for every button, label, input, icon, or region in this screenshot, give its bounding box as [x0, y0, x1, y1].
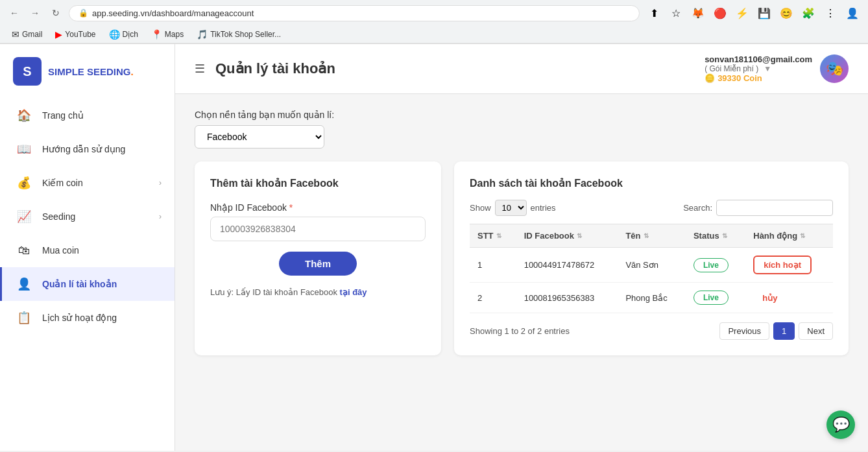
- th-action-label: Hành động: [753, 231, 797, 241]
- bookmark-youtube[interactable]: ▶ YouTube: [50, 28, 101, 41]
- th-id: ID Facebook ⇅: [516, 224, 618, 248]
- sidebar-item-mua-coin-label: Mua coin: [42, 245, 79, 256]
- share-icon[interactable]: ⬆: [645, 4, 663, 22]
- account-list-card: Danh sách tài khoản Facebook Show 10 25 …: [454, 161, 849, 355]
- sidebar-item-mua-coin[interactable]: 🛍 Mua coin: [0, 233, 175, 267]
- cancel-button-2[interactable]: hủy: [753, 290, 786, 306]
- extension-icon-4[interactable]: 💾: [755, 4, 773, 22]
- maps-icon: 📍: [151, 29, 162, 40]
- forward-button[interactable]: →: [27, 5, 43, 21]
- hamburger-icon[interactable]: ☰: [195, 62, 205, 76]
- note-text: Lưu ý: Lấy ID tài khoản Facebook tại đây: [210, 287, 426, 297]
- account-icon: 👤: [15, 275, 33, 293]
- logo-text: SIMPLE SEEDING.: [48, 66, 134, 77]
- row2-action: hủy: [745, 283, 833, 313]
- extension-icon-5[interactable]: 😊: [777, 4, 795, 22]
- sort-icon-action: ⇅: [800, 232, 805, 239]
- bookmark-tiktok[interactable]: 🎵 TikTok Shop Seller...: [191, 28, 286, 41]
- bookmark-maps[interactable]: 📍 Maps: [146, 28, 189, 41]
- entries-label: entries: [531, 203, 556, 213]
- entries-select[interactable]: 10 25 50: [495, 200, 527, 216]
- show-label: Show: [470, 203, 491, 213]
- sidebar-item-quan-li[interactable]: 👤 Quản lí tài khoản: [0, 267, 175, 301]
- previous-button[interactable]: Previous: [719, 322, 769, 340]
- table-row: 2 100081965356383 Phong Bắc Live hủy: [470, 283, 833, 313]
- profile-icon[interactable]: 👤: [843, 4, 862, 22]
- bookmark-gmail[interactable]: ✉ Gmail: [6, 28, 47, 41]
- bookmark-tiktok-label: TikTok Shop Seller...: [210, 30, 281, 39]
- header-right: sonvan181106@gmail.com ( Gói Miễn phí ) …: [705, 54, 849, 83]
- main-content: ☰ Quản lý tài khoản sonvan181106@gmail.c…: [175, 44, 868, 451]
- sidebar-item-huong-dan[interactable]: 📖 Hướng dẫn sử dụng: [0, 132, 175, 166]
- showing-text: Showing 1 to 2 of 2 entries: [470, 326, 570, 336]
- user-plan-text: ( Gói Miễn phí ): [705, 64, 758, 73]
- platform-label: Chọn nền tảng bạn muốn quản lí:: [195, 110, 849, 120]
- chevron-right-icon: ›: [159, 178, 162, 187]
- bookmark-youtube-label: YouTube: [65, 30, 95, 39]
- page-title: Quản lý tài khoản: [215, 60, 335, 77]
- activate-button-1[interactable]: kích hoạt: [753, 256, 812, 274]
- row1-status: Live: [686, 248, 745, 283]
- logo-letter: S: [23, 64, 31, 79]
- reload-button[interactable]: ↻: [48, 5, 64, 21]
- extensions-icon[interactable]: 🧩: [799, 4, 817, 22]
- logo-name-accent: SEEDING: [87, 66, 131, 77]
- sort-icon-status: ⇅: [722, 232, 727, 239]
- sidebar-item-lich-su-label: Lịch sử hoạt động: [42, 313, 117, 323]
- back-button[interactable]: ←: [6, 5, 22, 21]
- th-status-label: Status: [693, 231, 719, 241]
- logo-name-plain: SIMPLE: [48, 66, 87, 77]
- user-plan: ( Gói Miễn phí ) ▼: [705, 64, 812, 73]
- address-bar[interactable]: 🔒 app.seeding.vn/dashboard/manageaccount: [69, 5, 640, 21]
- browser-chrome: ← → ↻ 🔒 app.seeding.vn/dashboard/managea…: [0, 0, 868, 44]
- avatar[interactable]: 🎭: [820, 54, 849, 83]
- dropdown-arrow-icon: ▼: [764, 64, 771, 73]
- user-coins-value: 39330 Coin: [717, 73, 762, 83]
- sidebar-item-trang-chu[interactable]: 🏠 Trang chủ: [0, 99, 175, 132]
- logo-dot: .: [131, 66, 134, 77]
- status-badge-2: Live: [693, 291, 729, 305]
- row2-status: Live: [686, 283, 745, 313]
- lock-icon: 🔒: [78, 8, 88, 18]
- sort-icon-name: ⇅: [644, 232, 649, 239]
- bookmark-gmail-label: Gmail: [22, 30, 42, 39]
- required-star: *: [289, 202, 293, 213]
- add-account-button[interactable]: Thêm: [279, 252, 357, 276]
- next-button[interactable]: Next: [799, 322, 833, 340]
- page-1-button[interactable]: 1: [773, 322, 795, 340]
- sidebar-item-kiem-coin-label: Kiếm coin: [42, 178, 83, 188]
- header: ☰ Quản lý tài khoản sonvan181106@gmail.c…: [175, 44, 868, 94]
- sidebar-item-seeding-label: Seeding: [42, 211, 75, 222]
- th-id-label: ID Facebook: [524, 231, 574, 241]
- sidebar-item-kiem-coin[interactable]: 💰 Kiếm coin ›: [0, 166, 175, 200]
- note-prefix: Lưu ý: Lấy ID tài khoản Facebook: [210, 287, 340, 297]
- accounts-table: STT ⇅ ID Facebook ⇅: [470, 224, 833, 313]
- extension-icon-2[interactable]: 🔴: [711, 4, 729, 22]
- sidebar-item-trang-chu-label: Trang chủ: [42, 110, 84, 121]
- user-email: sonvan181106@gmail.com: [705, 54, 812, 64]
- bookmark-maps-label: Maps: [165, 30, 184, 39]
- sidebar-item-lich-su[interactable]: 📋 Lịch sử hoạt động: [0, 301, 175, 335]
- bookmark-dich-label: Dịch: [123, 30, 138, 39]
- menu-icon[interactable]: ⋮: [821, 4, 839, 22]
- user-info: sonvan181106@gmail.com ( Gói Miễn phí ) …: [705, 54, 812, 83]
- sidebar-item-quan-li-label: Quản lí tài khoản: [42, 279, 117, 289]
- add-account-title: Thêm tài khoản Facebook: [210, 177, 426, 189]
- sort-icon-id: ⇅: [577, 232, 582, 239]
- table-body: 1 100044917478672 Văn Sơn Live kích hoạt: [470, 248, 833, 313]
- row2-stt: 2: [470, 283, 516, 313]
- search-input[interactable]: [716, 200, 833, 216]
- th-stt: STT ⇅: [470, 224, 516, 248]
- facebook-id-input[interactable]: [210, 217, 426, 241]
- bookmark-dich[interactable]: 🌐 Dịch: [104, 28, 143, 41]
- row2-name: Phong Bắc: [618, 283, 686, 313]
- avatar-icon: 🎭: [826, 60, 843, 77]
- note-link[interactable]: tại đây: [340, 287, 367, 297]
- extension-icon-1[interactable]: 🦊: [689, 4, 707, 22]
- sidebar-item-seeding[interactable]: 📈 Seeding ›: [0, 200, 175, 233]
- table-footer: Showing 1 to 2 of 2 entries Previous 1 N…: [470, 322, 833, 340]
- extension-icon-3[interactable]: ⚡: [733, 4, 751, 22]
- chat-button[interactable]: 💬: [826, 410, 855, 439]
- bookmark-icon[interactable]: ☆: [667, 4, 685, 22]
- platform-select[interactable]: Facebook YouTube TikTok: [195, 125, 324, 149]
